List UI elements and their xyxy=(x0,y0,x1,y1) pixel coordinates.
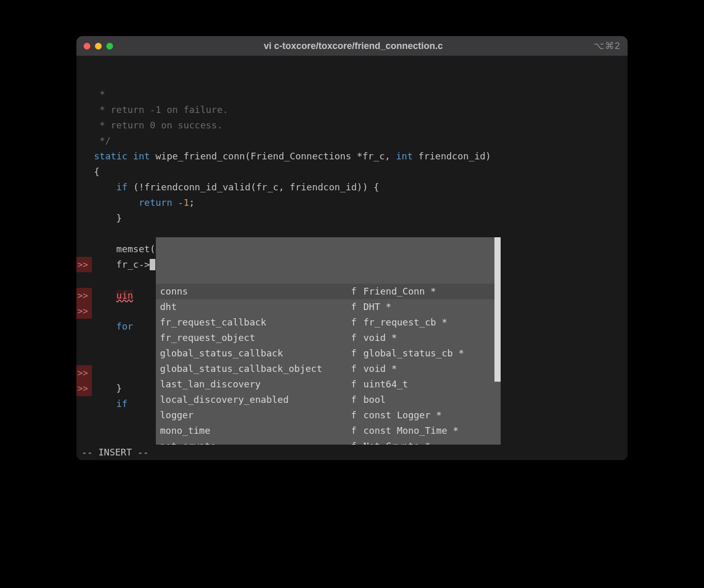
autocomplete-item[interactable]: global_status_callbackfglobal_status_cb … xyxy=(156,346,501,361)
code-line[interactable]: { xyxy=(92,164,628,179)
gutter-row xyxy=(76,396,92,412)
code-line[interactable]: if (!friendconn_id_valid(fr_c, friendcon… xyxy=(92,179,628,195)
autocomplete-item[interactable]: global_status_callback_objectfvoid * xyxy=(156,361,501,377)
gutter-row xyxy=(76,195,92,210)
gutter-row xyxy=(76,210,92,226)
gutter-row xyxy=(76,334,92,350)
code-line[interactable]: */ xyxy=(92,133,628,149)
gutter: >>>>>>>>>> xyxy=(76,56,92,445)
autocomplete-item[interactable]: net_cryptofNet_Crypto * xyxy=(156,438,501,445)
editor-area[interactable]: >>>>>>>>>> * * return -1 on failure. * r… xyxy=(76,56,628,445)
autocomplete-item[interactable]: dhtfDHT * xyxy=(156,299,501,315)
gutter-row xyxy=(76,87,92,102)
minimize-icon[interactable] xyxy=(95,43,102,50)
autocomplete-item[interactable]: fr_request_callbackffr_request_cb * xyxy=(156,315,501,330)
gutter-row: >> xyxy=(76,381,92,396)
cursor xyxy=(150,259,155,270)
code-line[interactable]: return -1; xyxy=(92,195,628,210)
gutter-row xyxy=(76,149,92,164)
gutter-row xyxy=(76,118,92,133)
gutter-row: >> xyxy=(76,257,92,272)
gutter-row xyxy=(76,56,92,71)
gutter-row xyxy=(76,179,92,195)
popup-scrollbar[interactable] xyxy=(494,237,501,397)
autocomplete-item[interactable]: loggerfconst Logger * xyxy=(156,407,501,423)
status-line: -- INSERT -- xyxy=(76,445,628,460)
autocomplete-popup[interactable]: connsfFriend_Conn *dhtfDHT *fr_request_c… xyxy=(156,237,501,445)
autocomplete-item[interactable]: last_lan_discoveryfuint64_t xyxy=(156,377,501,392)
gutter-row xyxy=(76,350,92,365)
gutter-row xyxy=(76,319,92,334)
code-line[interactable]: static int wipe_friend_conn(Friend_Conne… xyxy=(92,149,628,164)
gutter-row xyxy=(76,102,92,118)
window-title: vi c-toxcore/toxcore/friend_connection.c xyxy=(113,41,594,52)
code-line[interactable]: * return -1 on failure. xyxy=(92,102,628,118)
close-icon[interactable] xyxy=(84,43,90,50)
autocomplete-item[interactable]: local_discovery_enabledfbool xyxy=(156,392,501,407)
gutter-row xyxy=(76,164,92,179)
autocomplete-item[interactable]: connsfFriend_Conn * xyxy=(156,284,501,299)
gutter-row xyxy=(76,272,92,288)
gutter-row xyxy=(76,71,92,87)
code-line[interactable]: * return 0 on success. xyxy=(92,118,628,133)
zoom-icon[interactable] xyxy=(106,43,113,50)
autocomplete-item[interactable]: mono_timefconst Mono_Time * xyxy=(156,423,501,438)
gutter-row: >> xyxy=(76,288,92,303)
gutter-row xyxy=(76,241,92,257)
code-line[interactable]: * xyxy=(92,87,628,102)
titlebar[interactable]: vi c-toxcore/toxcore/friend_connection.c… xyxy=(76,36,628,56)
terminal-window: vi c-toxcore/toxcore/friend_connection.c… xyxy=(76,36,628,460)
code-area[interactable]: * * return -1 on failure. * return 0 on … xyxy=(92,56,628,445)
gutter-row: >> xyxy=(76,365,92,381)
autocomplete-item[interactable]: fr_request_objectfvoid * xyxy=(156,330,501,346)
code-line[interactable]: } xyxy=(92,210,628,226)
gutter-row xyxy=(76,133,92,149)
gutter-row xyxy=(76,226,92,241)
window-shortcut: ⌥⌘2 xyxy=(594,40,620,52)
gutter-row: >> xyxy=(76,303,92,319)
traffic-lights xyxy=(84,43,113,50)
